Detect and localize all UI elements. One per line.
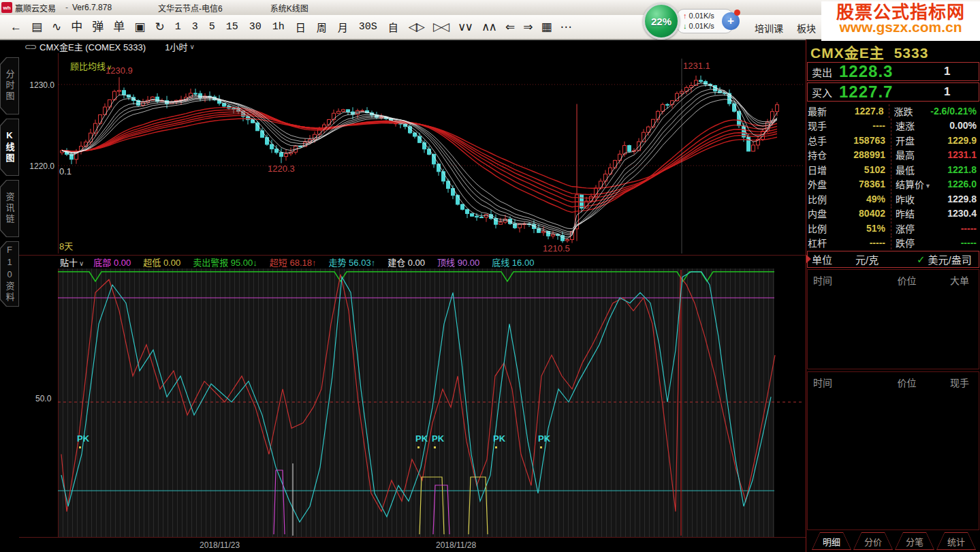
unit-yuan-gram[interactable]: 元/克 bbox=[855, 252, 917, 266]
stat-label: 杠杆 bbox=[808, 236, 839, 249]
order-icon[interactable]: 单 bbox=[113, 21, 125, 33]
kline-icon[interactable]: 中 bbox=[71, 21, 82, 33]
sell-price[interactable]: 1228.3 bbox=[839, 62, 921, 81]
stat-value: ----- bbox=[933, 237, 979, 248]
sidebar-tab-F10资料[interactable]: F10资料 bbox=[0, 241, 19, 307]
stat-value: 78361 bbox=[839, 179, 891, 189]
stat-value: 158763 bbox=[839, 135, 891, 146]
price-label: 1230.9 bbox=[106, 65, 133, 76]
period-button-月[interactable]: 月 bbox=[338, 20, 348, 35]
quote-tab-统计[interactable]: 统计 bbox=[936, 532, 976, 550]
notification-dot bbox=[734, 10, 740, 16]
stat-value: ----- bbox=[839, 237, 891, 248]
stat-label: 昨结 bbox=[891, 206, 933, 220]
svg-text:PK: PK bbox=[493, 433, 506, 444]
stat-label: 开盘 bbox=[891, 134, 933, 147]
unit-row: 单位 元/克 ✓ 美元/盎司 bbox=[807, 251, 979, 268]
upload-arrow-icon: ↑ bbox=[683, 12, 687, 20]
period-button-3[interactable]: 3 bbox=[192, 21, 198, 33]
price-label: 1231.1 bbox=[683, 61, 710, 71]
zoom-in-icon[interactable]: ▷◁ bbox=[433, 21, 448, 33]
x-axis-date: 2018/11/28 bbox=[436, 540, 476, 550]
col-time: 时间 bbox=[813, 273, 881, 287]
period-button-周[interactable]: 周 bbox=[317, 20, 327, 35]
sell-quote-row[interactable]: 卖出 1228.3 1 bbox=[807, 62, 979, 81]
kline-plot-area[interactable] bbox=[58, 53, 804, 254]
sidebar-tab-label: F10资料 bbox=[3, 245, 16, 303]
stat-label: 内盘 bbox=[808, 206, 839, 220]
quote-tab-明细[interactable]: 明细 bbox=[812, 532, 851, 550]
buy-price[interactable]: 1227.7 bbox=[839, 82, 921, 102]
sell-volume: 1 bbox=[921, 65, 950, 78]
symbol-switch-icon[interactable]: ⊂⊃ bbox=[25, 42, 35, 52]
sub-indicator-header: 贴十∨ 底部 0.00超低 0.00卖出警报 95.00↓超短 68.18↑走势… bbox=[19, 255, 806, 269]
period-label[interactable]: 1小时 bbox=[165, 40, 187, 53]
oscillator-chart[interactable]: PKPKPKPKPK bbox=[58, 269, 804, 537]
stat-label: 最新 bbox=[808, 104, 838, 118]
days-count-label: 8天 bbox=[59, 239, 73, 252]
indicator-field-卖出警报: 卖出警报 95.00↓ bbox=[193, 256, 257, 269]
candlestick-chart[interactable] bbox=[59, 53, 804, 254]
stat-label: 速涨 bbox=[891, 119, 933, 132]
quote-symbol-title: CMX金E主5333 bbox=[810, 42, 928, 62]
quote-tab-分价[interactable]: 分价 bbox=[853, 532, 893, 550]
period-button-5[interactable]: 5 bbox=[209, 21, 215, 33]
expand-panel-icon[interactable]: ∧∧ bbox=[481, 21, 496, 33]
svg-text:PK: PK bbox=[77, 433, 90, 444]
oscillator-y-tick: 50.0 bbox=[35, 394, 51, 403]
save-icon[interactable]: ▣ bbox=[134, 21, 145, 33]
sidebar-tab-资讯链[interactable]: 资讯链 bbox=[0, 180, 19, 237]
collapse-panel-icon[interactable]: ∨∨ bbox=[458, 21, 472, 33]
quote-tab-分笔[interactable]: 分笔 bbox=[895, 532, 934, 550]
y-tick: 1220.0 bbox=[20, 162, 54, 171]
layout-icon[interactable]: ▦ bbox=[541, 21, 550, 33]
stat-label: 涨跌 bbox=[889, 104, 930, 118]
back-icon[interactable]: ← bbox=[10, 21, 22, 33]
period-button-1h[interactable]: 1h bbox=[272, 21, 285, 33]
period-button-15[interactable]: 15 bbox=[226, 21, 238, 33]
more-icon[interactable]: ⋯ bbox=[560, 21, 570, 33]
page-left-icon[interactable]: ⇐ bbox=[505, 21, 513, 33]
page-right-icon[interactable]: ⇒ bbox=[523, 21, 531, 33]
network-gauge[interactable]: 22% bbox=[643, 3, 680, 40]
training-link[interactable]: 培训课 bbox=[755, 21, 783, 35]
svg-text:PK: PK bbox=[415, 433, 428, 444]
buy-quote-row[interactable]: 买入 1227.7 1 bbox=[807, 82, 979, 102]
sidebar-tab-分时图[interactable]: 分时图 bbox=[0, 57, 19, 114]
stat-value: 1230.4 bbox=[933, 208, 979, 219]
settlement-dropdown-icon[interactable]: ▼ bbox=[925, 183, 931, 189]
period-button-30[interactable]: 30 bbox=[249, 21, 262, 33]
unit-usd-oz[interactable]: 美元/盎司 bbox=[928, 252, 972, 266]
stat-value: 1227.8 bbox=[838, 106, 889, 117]
sub-indicator-panel[interactable]: PKPKPKPKPK 50.0 bbox=[19, 269, 806, 537]
period-button-自[interactable]: 自 bbox=[388, 20, 398, 35]
trend-line-icon[interactable]: ∿ bbox=[52, 21, 61, 33]
col-time: 时间 bbox=[813, 375, 881, 389]
stat-value: 5102 bbox=[839, 164, 891, 175]
period-button-1[interactable]: 1 bbox=[175, 21, 181, 33]
sub-indicator-name[interactable]: 贴十∨ bbox=[60, 256, 84, 269]
x-axis-date: 2018/11/23 bbox=[200, 540, 240, 550]
period-button-30S[interactable]: 30S bbox=[359, 21, 377, 33]
svg-text:PK: PK bbox=[538, 433, 551, 444]
period-dropdown-icon[interactable]: ∨ bbox=[189, 43, 194, 50]
stat-value: 1231.1 bbox=[933, 149, 979, 160]
download-speed: 0.01K/s bbox=[689, 22, 714, 30]
y-tick: 1230.0 bbox=[20, 80, 54, 90]
stat-label: 最低 bbox=[891, 163, 933, 177]
quote-list-icon[interactable]: ▤ bbox=[31, 21, 42, 33]
refresh-icon[interactable]: ↻ bbox=[155, 21, 164, 33]
stat-value: 1229.9 bbox=[933, 135, 979, 146]
sidebar-tab-K线图[interactable]: K线图 bbox=[0, 119, 19, 176]
zoom-out-icon[interactable]: ◁▷ bbox=[409, 21, 424, 33]
sector-link[interactable]: 板块 bbox=[797, 21, 816, 35]
pop-order-icon[interactable]: 弹 bbox=[92, 21, 104, 33]
check-icon: ✓ bbox=[917, 254, 926, 266]
col-bigorder: 大单 bbox=[932, 273, 973, 287]
kline-chart-panel[interactable]: 顾比均线∨ 1230.01220.0 1230.91231.11220.3121… bbox=[19, 53, 806, 254]
watermark-logo: 股票公式指标网 www.gszx.com.cn bbox=[821, 1, 980, 41]
period-button-日[interactable]: 日 bbox=[296, 20, 306, 35]
symbol-label[interactable]: CMX金E主 (COMEX 5333) bbox=[39, 40, 146, 53]
stat-value: 51% bbox=[839, 223, 891, 234]
price-label: 1220.3 bbox=[268, 164, 295, 174]
